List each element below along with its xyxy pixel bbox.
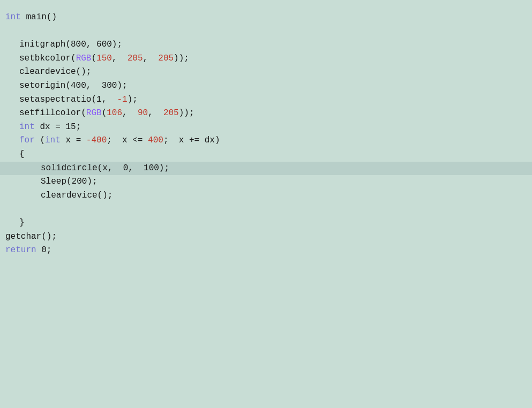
code-text-8: int dx = 15; <box>0 120 81 134</box>
code-text-7: setfillcolor(RGB(106, 90, 205)); <box>0 107 194 120</box>
code-line-12: Sleep(200); <box>0 175 532 189</box>
code-line-9: for (int x = -400; x <= 400; x += dx) <box>0 134 532 148</box>
code-line-blank2 <box>0 202 532 216</box>
code-line-3: setbkcolor(RGB(150, 205, 205)); <box>0 52 532 66</box>
code-text-blank2 <box>0 202 11 216</box>
code-line-4: cleardevice(); <box>0 65 532 79</box>
code-line-5: setorigin(400, 300); <box>0 79 532 93</box>
code-text-14: } <box>0 216 25 230</box>
code-text-10: { <box>0 148 25 162</box>
code-text-6: setaspectratio(1, -1); <box>0 93 138 107</box>
code-line-7: setfillcolor(RGB(106, 90, 205)); <box>0 107 532 120</box>
code-text-5: setorigin(400, 300); <box>0 79 128 93</box>
code-line-16: return 0; <box>0 244 532 258</box>
code-text-13: cleardevice(); <box>0 189 113 203</box>
code-line-blank1 <box>0 25 532 39</box>
code-container: int main() initgraph(800, 600); setbkcol… <box>0 0 532 408</box>
code-line-1: int main() <box>0 11 532 25</box>
code-text-16: return 0; <box>0 244 51 258</box>
code-line-8: int dx = 15; <box>0 120 532 134</box>
code-text-4: cleardevice(); <box>0 65 91 79</box>
code-text-12: Sleep(200); <box>0 175 98 189</box>
code-line-13: cleardevice(); <box>0 189 532 203</box>
code-text-1: int main() <box>0 11 57 25</box>
code-line-11: solidcircle(x, 0, 100); <box>0 162 532 176</box>
code-line-6: setaspectratio(1, -1); <box>0 93 532 107</box>
code-text-9: for (int x = -400; x <= 400; x += dx) <box>0 134 220 148</box>
code-text-15: getchar(); <box>0 230 57 244</box>
code-line-2: initgraph(800, 600); <box>0 38 532 52</box>
code-line-15: getchar(); <box>0 230 532 244</box>
code-text-3: setbkcolor(RGB(150, 205, 205)); <box>0 52 189 66</box>
code-text-2: initgraph(800, 600); <box>0 38 122 52</box>
code-line-14: } <box>0 216 532 230</box>
code-text-11: solidcircle(x, 0, 100); <box>0 162 169 176</box>
code-text-blank1 <box>0 25 11 39</box>
code-line-10: { <box>0 148 532 162</box>
